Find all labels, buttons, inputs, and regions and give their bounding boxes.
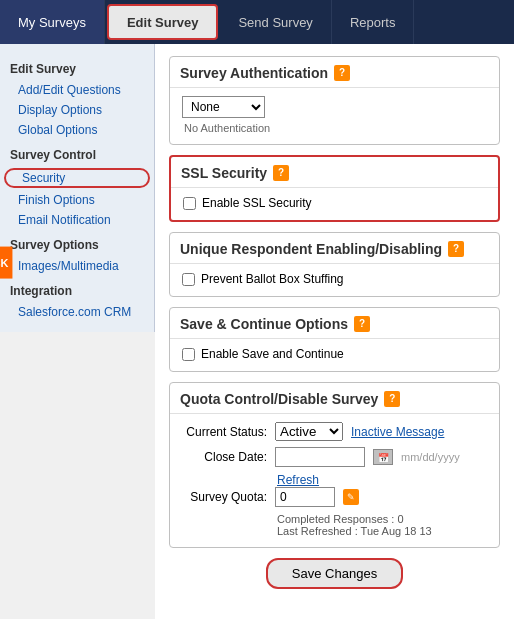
sidebar-section-survey-control: Survey Control	[0, 140, 154, 166]
authentication-sublabel: No Authentication	[182, 122, 487, 134]
quota-control-help-icon[interactable]: ?	[384, 391, 400, 407]
survey-quota-input[interactable]	[275, 487, 335, 507]
ssl-security-title: SSL Security ?	[171, 157, 498, 188]
feedback-tab[interactable]: FEEDBACK	[0, 247, 13, 279]
authentication-dropdown[interactable]: None Password Email	[182, 96, 265, 118]
unique-respondent-title: Unique Respondent Enabling/Disabling ?	[170, 233, 499, 264]
sidebar-item-security[interactable]: Security	[4, 168, 150, 188]
ssl-checkbox[interactable]	[183, 197, 196, 210]
sidebar-section-survey-options: Survey Options	[0, 230, 154, 256]
save-continue-help-icon[interactable]: ?	[354, 316, 370, 332]
survey-authentication-title: Survey Authentication ?	[170, 57, 499, 88]
main-layout: Edit Survey Add/Edit Questions Display O…	[0, 44, 514, 619]
sidebar-item-finish-options[interactable]: Finish Options	[0, 190, 154, 210]
close-date-label: Close Date:	[182, 450, 267, 464]
survey-quota-row: Survey Quota: ✎	[182, 487, 487, 507]
sidebar-item-add-edit-questions[interactable]: Add/Edit Questions	[0, 80, 154, 100]
completed-responses-text: Completed Responses : 0	[277, 513, 487, 525]
quota-control-body: Current Status: Active Inactive Inactive…	[170, 414, 499, 547]
ballot-checkbox-label: Prevent Ballot Box Stuffing	[201, 272, 344, 286]
sidebar-section-edit-survey: Edit Survey	[0, 54, 154, 80]
ssl-security-body: Enable SSL Security	[171, 188, 498, 220]
quota-control-card: Quota Control/Disable Survey ? Current S…	[169, 382, 500, 548]
current-status-dropdown[interactable]: Active Inactive	[275, 422, 343, 441]
current-status-row: Current Status: Active Inactive Inactive…	[182, 422, 487, 441]
sidebar-item-display-options[interactable]: Display Options	[0, 100, 154, 120]
survey-authentication-help-icon[interactable]: ?	[334, 65, 350, 81]
ssl-checkbox-row: Enable SSL Security	[183, 196, 486, 210]
sidebar-item-email-notification[interactable]: Email Notification	[0, 210, 154, 230]
ssl-security-card: SSL Security ? Enable SSL Security	[169, 155, 500, 222]
save-continue-label: Enable Save and Continue	[201, 347, 344, 361]
sidebar-item-images-multimedia[interactable]: Images/Multimedia	[0, 256, 154, 276]
save-continue-checkbox-row: Enable Save and Continue	[182, 347, 487, 361]
current-status-label: Current Status:	[182, 425, 267, 439]
save-continue-checkbox[interactable]	[182, 348, 195, 361]
survey-quota-label: Survey Quota:	[182, 490, 267, 504]
save-continue-body: Enable Save and Continue	[170, 339, 499, 371]
content-area: Survey Authentication ? None Password Em…	[155, 44, 514, 619]
sidebar-item-global-options[interactable]: Global Options	[0, 120, 154, 140]
unique-respondent-help-icon[interactable]: ?	[448, 241, 464, 257]
ssl-checkbox-label: Enable SSL Security	[202, 196, 312, 210]
last-refreshed-text: Last Refreshed : Tue Aug 18 13	[277, 525, 487, 537]
authentication-dropdown-row: None Password Email	[182, 96, 487, 118]
nav-my-surveys[interactable]: My Surveys	[0, 0, 105, 44]
save-changes-button[interactable]: Save Changes	[266, 558, 403, 589]
close-date-row: Close Date: 📅 mm/dd/yyyy	[182, 447, 487, 467]
save-continue-card: Save & Continue Options ? Enable Save an…	[169, 307, 500, 372]
top-navigation: My Surveys Edit Survey Send Survey Repor…	[0, 0, 514, 44]
save-continue-title: Save & Continue Options ?	[170, 308, 499, 339]
sidebar-item-salesforce-crm[interactable]: Salesforce.com CRM	[0, 302, 154, 322]
ballot-checkbox[interactable]	[182, 273, 195, 286]
close-date-input[interactable]	[275, 447, 365, 467]
unique-respondent-body: Prevent Ballot Box Stuffing	[170, 264, 499, 296]
refresh-link[interactable]: Refresh	[277, 473, 487, 487]
date-placeholder-label: mm/dd/yyyy	[401, 451, 460, 463]
save-row: Save Changes	[169, 558, 500, 589]
survey-authentication-card: Survey Authentication ? None Password Em…	[169, 56, 500, 145]
nav-edit-survey[interactable]: Edit Survey	[107, 4, 219, 40]
nav-send-survey[interactable]: Send Survey	[220, 0, 331, 44]
quota-edit-icon[interactable]: ✎	[343, 489, 359, 505]
sidebar-wrapper: Edit Survey Add/Edit Questions Display O…	[0, 44, 155, 619]
survey-authentication-body: None Password Email No Authentication	[170, 88, 499, 144]
unique-respondent-card: Unique Respondent Enabling/Disabling ? P…	[169, 232, 500, 297]
ballot-checkbox-row: Prevent Ballot Box Stuffing	[182, 272, 487, 286]
sidebar-section-integration: Integration	[0, 276, 154, 302]
quota-control-title: Quota Control/Disable Survey ?	[170, 383, 499, 414]
sidebar: Edit Survey Add/Edit Questions Display O…	[0, 44, 155, 332]
calendar-icon[interactable]: 📅	[373, 449, 393, 465]
nav-reports[interactable]: Reports	[332, 0, 415, 44]
inactive-message-link[interactable]: Inactive Message	[351, 425, 444, 439]
ssl-help-icon[interactable]: ?	[273, 165, 289, 181]
